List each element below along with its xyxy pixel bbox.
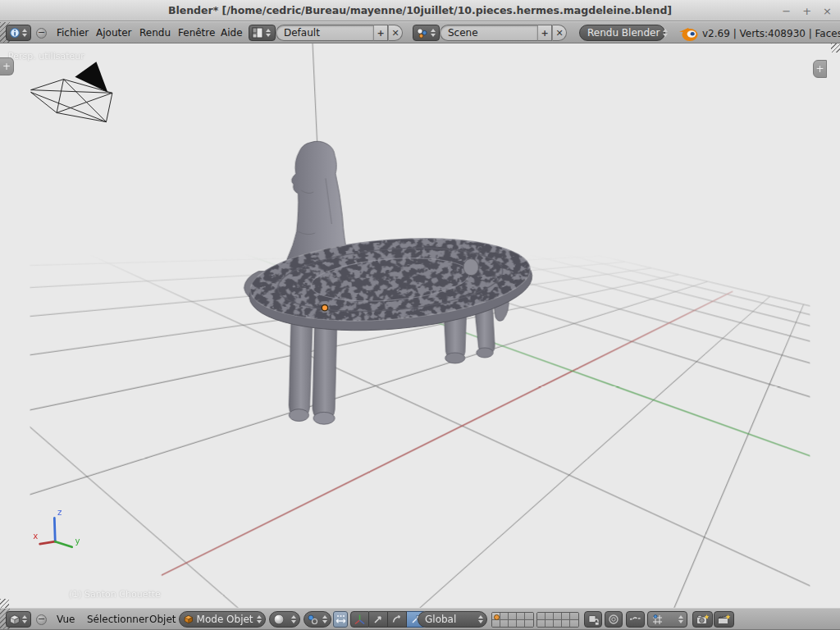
layer-cell[interactable] [500, 613, 509, 620]
viewport-scene: z x y [0, 43, 840, 608]
axis-label-y: y [75, 536, 80, 546]
editor-type-selector-info[interactable] [6, 25, 31, 41]
pivot-point-dropdown[interactable] [304, 611, 331, 628]
scene-icon [416, 27, 428, 39]
layer-cell[interactable] [546, 613, 554, 620]
mode-dropdown[interactable]: Mode Objet [179, 611, 266, 628]
scene-spinner [429, 29, 436, 37]
axis-label-x: x [33, 532, 38, 541]
snap-element-dropdown[interactable] [647, 611, 687, 628]
engine-spinner [663, 29, 668, 37]
magnet-icon [630, 614, 641, 625]
menu-selectionner[interactable]: Sélectionner [84, 609, 151, 629]
area-corner-grip-tr[interactable] [831, 43, 840, 52]
scene-selector[interactable] [413, 25, 440, 41]
proportional-circle-icon [608, 614, 619, 625]
editor-spinner [21, 29, 28, 37]
snap-increment-icon [651, 614, 664, 626]
rotate-manipulator-button[interactable] [388, 611, 407, 628]
editor-spinner-2 [21, 615, 28, 623]
add-screen-layout-button[interactable]: + [373, 25, 388, 41]
transform-orientation-dropdown[interactable]: Global [418, 611, 487, 628]
menu-aide[interactable]: Aide [218, 22, 245, 43]
layer-cell[interactable] [562, 613, 570, 620]
blender-logo [678, 25, 699, 43]
manipulator-axis-icon [354, 614, 366, 626]
scene-name-field[interactable]: Scene [440, 25, 537, 41]
menu-objet[interactable]: Objet [147, 609, 178, 629]
layer-cell[interactable] [546, 620, 554, 628]
screen-layout-selector[interactable] [249, 25, 276, 41]
layer-cell[interactable] [570, 613, 578, 620]
layer-cell[interactable] [500, 620, 509, 628]
blender-window: Blender* [/home/cedric/Bureau/mayenne/10… [0, 0, 840, 630]
screen-layout-icon [252, 27, 263, 39]
camera-object[interactable] [31, 62, 112, 121]
layer-cell[interactable] [517, 613, 525, 620]
clapperboard-icon [717, 614, 731, 626]
shading-sphere-icon [273, 614, 285, 625]
layer-cell[interactable] [554, 613, 562, 620]
camera-up-triangle [75, 62, 107, 92]
layer-cell[interactable] [562, 620, 570, 628]
menu-fichier[interactable]: Fichier [54, 22, 91, 43]
opengl-render-button[interactable] [692, 611, 713, 628]
layer-cell[interactable] [492, 620, 500, 628]
layer-cell[interactable] [537, 620, 546, 628]
collapse-menus-button-2[interactable]: − [36, 614, 47, 625]
scene-statistics: v2.69 | Verts:408930 | Faces:81 [702, 22, 840, 44]
collapse-menus-button[interactable]: − [36, 28, 47, 39]
layer-cell[interactable] [517, 620, 525, 628]
maximize-button[interactable]: + [802, 6, 811, 16]
tool-shelf-tab[interactable]: + [0, 57, 14, 75]
viewport-shading-dropdown[interactable] [269, 611, 300, 628]
active-object-label: (1) Santon Chouette [69, 589, 161, 600]
area-corner-grip-bl[interactable] [0, 599, 9, 608]
layer-cell[interactable] [525, 613, 533, 620]
orientation-spinner [477, 615, 484, 623]
editor-type-selector-3dview[interactable] [6, 611, 31, 628]
manipulate-center-points-toggle[interactable] [333, 611, 348, 628]
window-controls: − + × [782, 0, 832, 21]
statue-mesh[interactable] [244, 141, 536, 424]
translate-manipulator-button[interactable] [369, 611, 388, 628]
window-title: Blender* [/home/cedric/Bureau/mayenne/10… [168, 4, 672, 16]
layer-cell[interactable] [509, 613, 517, 620]
properties-panel-tab[interactable]: + [813, 60, 827, 78]
layer-cell[interactable] [492, 613, 500, 620]
add-scene-button[interactable]: + [537, 25, 552, 41]
viewport-3d[interactable]: z x y Persp. utilisateur (1) Santon Chou… [0, 43, 840, 608]
3d-view-editor-icon [9, 614, 21, 626]
proportional-edit-button[interactable] [605, 611, 623, 628]
mode-spinner [257, 615, 262, 623]
layers-block-2[interactable] [536, 612, 579, 628]
menu-ajouter[interactable]: Ajouter [94, 22, 135, 43]
layer-cell[interactable] [525, 620, 533, 628]
snap-toggle-button[interactable] [626, 611, 645, 628]
manipulator-toggle-button[interactable] [350, 611, 369, 628]
object-origin-dot [322, 304, 327, 310]
layer-cell[interactable] [537, 613, 546, 620]
axis-label-z: z [57, 508, 62, 517]
close-button[interactable]: × [823, 6, 832, 16]
info-icon [9, 26, 21, 39]
delete-screen-layout-button[interactable]: ✕ [388, 25, 403, 41]
shading-spinner [290, 615, 297, 623]
delete-scene-button[interactable]: ✕ [552, 25, 567, 41]
layers-block-1[interactable] [491, 612, 534, 628]
layer-cell[interactable] [509, 620, 517, 628]
lock-scene-button[interactable] [584, 611, 602, 628]
mode-label: Mode Objet [194, 614, 257, 625]
render-engine-label: Rendu Blender [580, 27, 663, 39]
window-titlebar: Blender* [/home/cedric/Bureau/mayenne/10… [0, 0, 840, 21]
opengl-render-anim-button[interactable] [714, 611, 734, 628]
render-engine-dropdown[interactable]: Rendu Blender [579, 25, 665, 41]
menu-rendu[interactable]: Rendu [137, 22, 173, 43]
pivot-spinner [321, 615, 328, 623]
layer-cell[interactable] [570, 620, 578, 628]
minimize-button[interactable]: − [782, 6, 791, 16]
layer-cell[interactable] [554, 620, 562, 628]
screen-layout-name-field[interactable]: Default [276, 25, 373, 41]
menu-vue[interactable]: Vue [54, 609, 77, 629]
menu-fenetre[interactable]: Fenêtre [176, 22, 217, 43]
